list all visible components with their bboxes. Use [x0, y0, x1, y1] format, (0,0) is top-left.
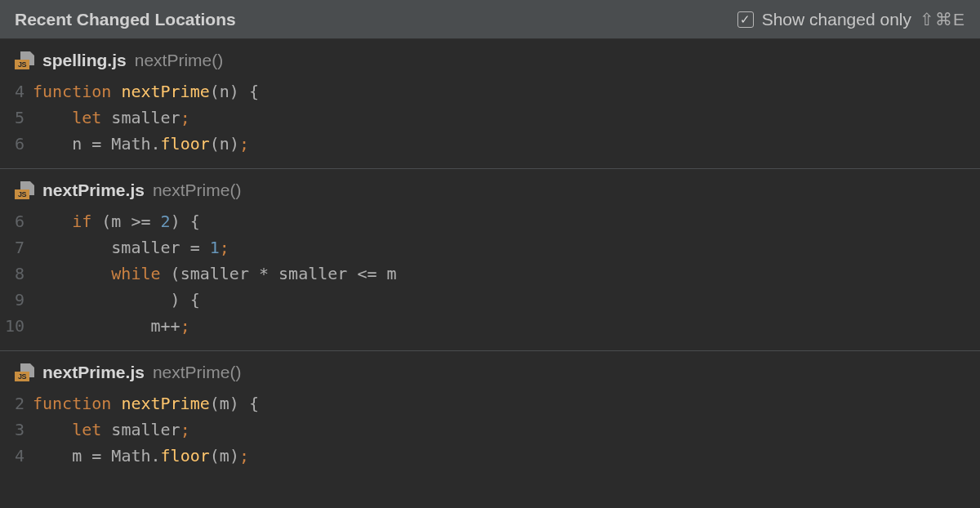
code-line[interactable]: 6 n = Math.floor(n);	[0, 131, 980, 157]
line-number: 6	[0, 131, 33, 157]
code-line[interactable]: 6 if (m >= 2) {	[0, 208, 980, 234]
code-text: m++;	[33, 313, 190, 339]
line-number: 9	[0, 287, 33, 313]
function-name: nextPrime()	[135, 51, 224, 70]
popup-title: Recent Changed Locations	[15, 10, 236, 29]
file-name: nextPrime.js	[42, 363, 145, 382]
line-number: 4	[0, 78, 33, 105]
code-text: function nextPrime(n) {	[33, 78, 259, 105]
line-number: 10	[0, 313, 33, 339]
show-changed-checkbox[interactable]: ✓	[737, 11, 754, 28]
shortcut-hint: ⇧⌘E	[920, 10, 965, 29]
code-line[interactable]: 8 while (smaller * smaller <= m	[0, 261, 980, 287]
code-text: n = Math.floor(n);	[33, 131, 249, 157]
header-right: ✓ Show changed only ⇧⌘E	[737, 10, 965, 29]
function-name: nextPrime()	[153, 180, 242, 200]
code-line[interactable]: 5 let smaller;	[0, 105, 980, 131]
location-item[interactable]: JSnextPrime.jsnextPrime() 6 if (m >= 2) …	[0, 169, 980, 351]
code-line[interactable]: 7 smaller = 1;	[0, 234, 980, 261]
code-text: ) {	[33, 287, 200, 313]
code-snippet: 6 if (m >= 2) { 7 smaller = 1; 8 while (…	[0, 208, 980, 344]
function-name: nextPrime()	[153, 363, 242, 382]
code-line[interactable]: 4function nextPrime(n) {	[0, 78, 980, 105]
js-file-icon: JS	[15, 363, 34, 381]
line-number: 7	[0, 234, 33, 261]
code-text: m = Math.floor(m);	[33, 443, 249, 469]
code-snippet: 2function nextPrime(m) {3 let smaller;4 …	[0, 390, 980, 474]
line-number: 2	[0, 390, 33, 417]
line-number: 6	[0, 208, 33, 234]
line-number: 3	[0, 417, 33, 443]
file-name: nextPrime.js	[42, 180, 145, 200]
code-text: if (m >= 2) {	[33, 208, 200, 234]
location-header[interactable]: JSspelling.jsnextPrime()	[0, 39, 980, 78]
line-number: 8	[0, 261, 33, 287]
location-item[interactable]: JSspelling.jsnextPrime()4function nextPr…	[0, 39, 980, 169]
code-text: function nextPrime(m) {	[33, 390, 259, 417]
location-header[interactable]: JSnextPrime.jsnextPrime()	[0, 169, 980, 208]
code-line[interactable]: 4 m = Math.floor(m);	[0, 443, 980, 469]
code-text: let smaller;	[33, 417, 190, 443]
location-header[interactable]: JSnextPrime.jsnextPrime()	[0, 351, 980, 390]
popup-header: Recent Changed Locations ✓ Show changed …	[0, 0, 980, 39]
js-file-icon: JS	[15, 181, 34, 199]
show-changed-label: Show changed only	[762, 10, 911, 29]
line-number: 5	[0, 105, 33, 131]
locations-list: JSspelling.jsnextPrime()4function nextPr…	[0, 39, 980, 480]
code-text: while (smaller * smaller <= m	[33, 261, 397, 287]
code-text: smaller = 1;	[33, 234, 229, 261]
location-item[interactable]: JSnextPrime.jsnextPrime()2function nextP…	[0, 351, 980, 480]
code-snippet: 4function nextPrime(n) {5 let smaller;6 …	[0, 78, 980, 162]
code-line[interactable]: 10 m++;	[0, 313, 980, 339]
code-line[interactable]: 9 ) {	[0, 287, 980, 313]
code-line[interactable]: 3 let smaller;	[0, 417, 980, 443]
file-name: spelling.js	[42, 51, 127, 70]
js-file-icon: JS	[15, 51, 34, 69]
code-text: let smaller;	[33, 105, 190, 131]
code-line[interactable]: 2function nextPrime(m) {	[0, 390, 980, 417]
line-number: 4	[0, 443, 33, 469]
